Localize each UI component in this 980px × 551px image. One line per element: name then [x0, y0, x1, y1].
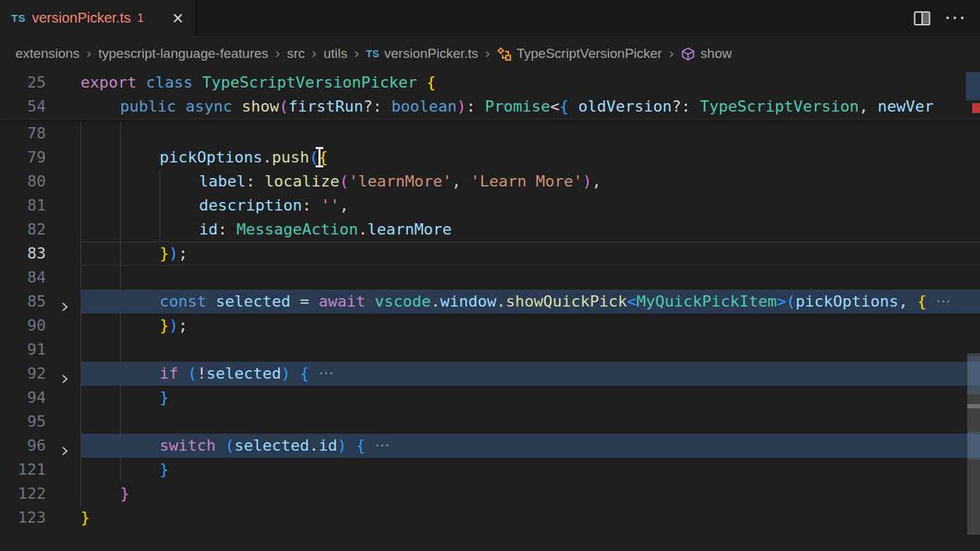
code-line-94[interactable]: 94} [0, 386, 980, 410]
more-actions-icon[interactable]: ··· [945, 15, 967, 22]
line-content [80, 338, 980, 362]
chevron-right-icon: › [669, 45, 674, 62]
line-number: 123 [0, 506, 46, 530]
line-number: 84 [0, 266, 46, 290]
breadcrumb-item-src[interactable]: src [287, 46, 304, 61]
code-line-121[interactable]: 121} [0, 458, 980, 482]
overview-ruler-cursor-marker [967, 404, 980, 408]
indent-guide [120, 122, 121, 146]
tab-title: versionPicker.ts [32, 10, 131, 26]
breadcrumb-label: utils [323, 46, 347, 61]
code-line-84[interactable]: 84 [0, 266, 980, 290]
code-line-78[interactable]: 78 [0, 122, 980, 146]
line-number: 25 [0, 71, 46, 95]
gutter: 84 [0, 266, 80, 290]
scrollbar[interactable] [966, 71, 980, 551]
code-line-96[interactable]: 96switch (selected.id) { ··· [0, 434, 980, 458]
indent-guide [80, 122, 81, 146]
line-content: export class TypeScriptVersionPicker { [80, 71, 980, 95]
line-number: 96 [0, 434, 46, 458]
tab-bar: TS versionPicker.ts 1 × ··· [0, 0, 980, 37]
chevron-right-icon: › [275, 45, 280, 62]
line-number: 121 [0, 458, 46, 482]
gutter: 81 [0, 194, 80, 218]
breadcrumb-label: versionPicker.ts [384, 46, 478, 61]
tab-versionpicker[interactable]: TS versionPicker.ts 1 × [0, 0, 196, 36]
line-content: } [80, 506, 980, 530]
gutter: 95 [0, 410, 80, 434]
line-number: 54 [0, 95, 46, 119]
close-icon[interactable]: × [168, 8, 188, 28]
breadcrumb-item-show[interactable]: show [681, 46, 731, 61]
line-content: } [80, 482, 980, 506]
indent-guide [120, 338, 121, 362]
gutter: 25 [0, 71, 80, 95]
breadcrumb-item-utils[interactable]: utils [323, 46, 347, 61]
line-number: 94 [0, 386, 46, 410]
gutter: 90 [0, 314, 80, 338]
line-number: 85 [0, 290, 46, 314]
typescript-file-icon: TS [366, 48, 379, 59]
gutter: 123 [0, 506, 80, 530]
gutter: 82 [0, 218, 80, 242]
line-number: 122 [0, 482, 46, 506]
method-symbol-icon [681, 47, 695, 61]
overview-ruler-highlight-marker [967, 432, 980, 460]
split-editor-icon[interactable] [913, 9, 931, 28]
line-number: 79 [0, 146, 46, 170]
line-number: 91 [0, 338, 46, 362]
line-content: } [80, 386, 980, 410]
typescript-file-icon: TS [11, 12, 25, 24]
line-content: public async show(firstRun?: boolean): P… [80, 95, 980, 119]
gutter: 85 [0, 290, 80, 314]
indent-guide [80, 266, 81, 290]
chevron-right-icon: › [86, 45, 92, 62]
breadcrumb-item-extensions[interactable]: extensions [16, 46, 80, 61]
gutter: 78 [0, 122, 80, 146]
code-line-90[interactable]: 90}); [0, 314, 980, 338]
breadcrumb-item-typescript-language-features[interactable]: typescript-language-features [98, 46, 268, 61]
code-line-91[interactable]: 91 [0, 338, 980, 362]
line-content: }); [80, 242, 980, 266]
line-content: } [80, 458, 980, 482]
code-line-54[interactable]: 54public async show(firstRun?: boolean):… [0, 95, 980, 119]
line-content [80, 410, 980, 434]
code-line-25[interactable]: 25export class TypeScriptVersionPicker { [0, 71, 980, 95]
breadcrumb-label: src [287, 46, 304, 61]
breadcrumb-item-versionpicker-ts[interactable]: TSversionPicker.ts [366, 46, 478, 61]
line-number: 90 [0, 314, 46, 338]
code-line-122[interactable]: 122} [0, 482, 980, 506]
code-line-85[interactable]: 85const selected = await vscode.window.s… [0, 290, 980, 314]
indent-guide [80, 410, 81, 434]
gutter: 91 [0, 338, 80, 362]
line-number: 82 [0, 218, 46, 242]
code-line-79[interactable]: 79pickOptions.push({ [0, 146, 980, 170]
indent-guide [120, 410, 121, 434]
breadcrumb-item-typescriptversionpicker[interactable]: TypeScriptVersionPicker [497, 46, 662, 61]
line-content [80, 266, 980, 290]
code-line-81[interactable]: 81description: '', [0, 194, 980, 218]
code-line-83[interactable]: 83}); [0, 242, 980, 266]
sticky-scroll[interactable]: 25export class TypeScriptVersionPicker {… [0, 71, 980, 119]
tab-problems-badge: 1 [137, 11, 143, 25]
breadcrumb-label: typescript-language-features [98, 46, 268, 61]
gutter: 80 [0, 170, 80, 194]
code-line-123[interactable]: 123} [0, 506, 980, 530]
gutter: 83 [0, 242, 80, 266]
overview-ruler-error-marker [972, 103, 980, 113]
code-line-80[interactable]: 80label: localize('learnMore', 'Learn Mo… [0, 170, 980, 194]
line-number: 95 [0, 410, 46, 434]
line-content: }); [80, 314, 980, 338]
line-number: 81 [0, 194, 46, 218]
gutter: 96 [0, 434, 80, 458]
code-line-92[interactable]: 92if (!selected) { ··· [0, 362, 980, 386]
code-lines[interactable]: 7879pickOptions.push({80label: localize(… [0, 122, 980, 530]
overview-ruler-highlight-marker [967, 356, 980, 394]
code-editor[interactable]: 25export class TypeScriptVersionPicker {… [0, 71, 980, 551]
code-line-82[interactable]: 82id: MessageAction.learnMore [0, 218, 980, 242]
gutter: 79 [0, 146, 80, 170]
line-number: 83 [0, 242, 46, 266]
breadcrumb-label: show [700, 46, 731, 61]
line-number: 92 [0, 362, 46, 386]
code-line-95[interactable]: 95 [0, 410, 980, 434]
